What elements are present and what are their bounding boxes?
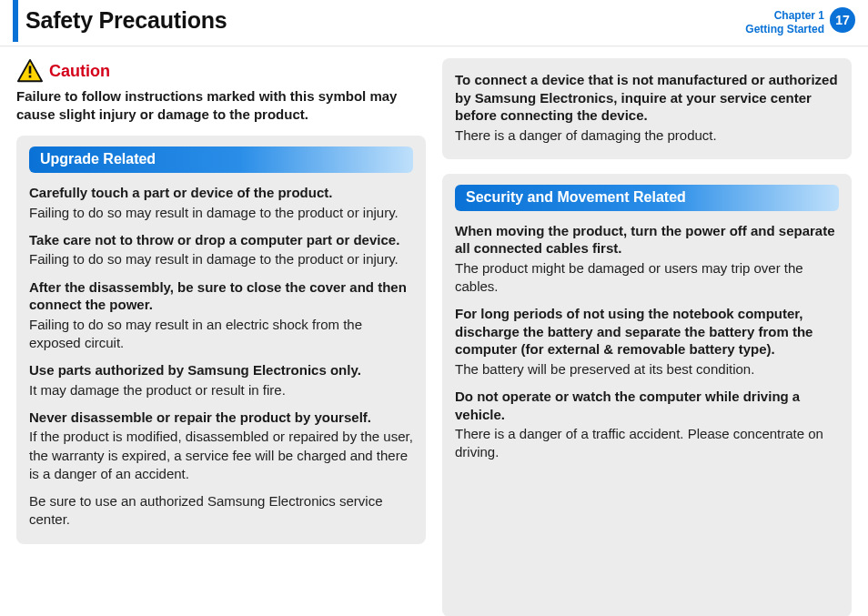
upgrade-item-strong: Never disassemble or repair the product …	[29, 409, 413, 427]
upgrade-item-body: Failing to do so may result in an electr…	[29, 316, 413, 353]
security-item-strong: Do not operate or watch the computer whi…	[455, 388, 839, 423]
upgrade-item-body: Failing to do so may result in damage to…	[29, 250, 413, 268]
chapter-info: Chapter 1 Getting Started	[745, 7, 824, 36]
upgrade-item-strong: Use parts authorized by Samsung Electron…	[29, 361, 413, 379]
upgrade-item-body: Be sure to use an authorized Samsung Ele…	[29, 492, 413, 530]
chapter-line-2: Getting Started	[745, 23, 824, 35]
header-divider	[0, 45, 868, 47]
page-header: Safety Precautions Chapter 1 Getting Sta…	[13, 0, 868, 42]
security-item-strong: For long periods of not using the notebo…	[455, 305, 839, 358]
upgrade-item-strong: Carefully touch a part or device of the …	[29, 184, 413, 202]
right-column: To connect a device that is not manufact…	[442, 58, 852, 616]
security-item-body: There is a danger of a traffic accident.…	[455, 425, 839, 462]
page-number-badge: 17	[830, 7, 855, 33]
security-item-strong: When moving the product, turn the power …	[455, 222, 839, 258]
unauth-body: There is a danger of damaging the produc…	[455, 126, 839, 145]
content-columns: Caution Failure to follow instructions m…	[0, 58, 868, 616]
upgrade-panel: Upgrade Related Carefully touch a part o…	[16, 136, 426, 544]
svg-rect-1	[29, 66, 32, 73]
unauthorized-device-panel: To connect a device that is not manufact…	[442, 58, 852, 159]
upgrade-heading: Upgrade Related	[29, 146, 413, 173]
page-title: Safety Precautions	[18, 7, 227, 34]
upgrade-item-body: If the product is modified, disassembled…	[29, 428, 413, 483]
chapter-line-1: Chapter 1	[774, 9, 824, 22]
security-heading: Security and Movement Related	[455, 185, 839, 211]
caution-heading: Caution	[16, 58, 426, 84]
upgrade-item-body: It may damage the product or result in f…	[29, 381, 413, 399]
left-column: Caution Failure to follow instructions m…	[16, 58, 426, 616]
upgrade-item-strong: Take care not to throw or drop a compute…	[29, 231, 413, 249]
unauth-strong: To connect a device that is not manufact…	[455, 71, 839, 125]
security-panel: Security and Movement Related When movin…	[442, 174, 852, 616]
svg-rect-2	[29, 76, 32, 78]
security-item-body: The battery will be preserved at its bes…	[455, 360, 839, 379]
upgrade-item-body: Failing to do so may result in damage to…	[29, 204, 413, 222]
caution-intro: Failure to follow instructions marked wi…	[16, 87, 426, 123]
upgrade-item-strong: After the disassembly, be sure to close …	[29, 278, 413, 314]
warning-triangle-icon	[16, 58, 44, 84]
security-item-body: The product might be damaged or users ma…	[455, 259, 839, 297]
caution-label: Caution	[49, 62, 110, 81]
